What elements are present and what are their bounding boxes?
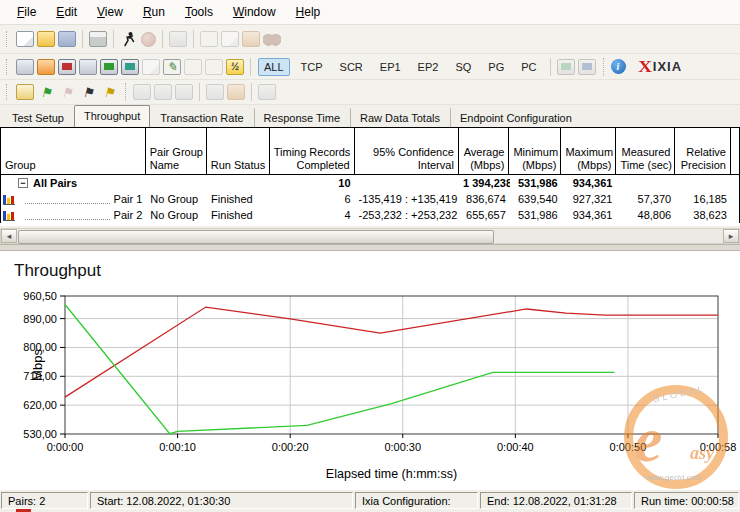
edit-script-icon[interactable]: ✎ xyxy=(163,59,181,75)
swap-endpoints-icon[interactable]: ½ xyxy=(226,59,244,75)
finish-flags-icon[interactable]: ⚑ xyxy=(79,84,97,100)
menu-tools[interactable]: Tools xyxy=(176,2,222,22)
reorder-pairs-icon[interactable] xyxy=(169,31,187,47)
unlink-pairs-icon[interactable] xyxy=(227,84,245,100)
tab-raw-data-totals[interactable]: Raw Data Totals xyxy=(350,108,450,127)
filter-tcp-button[interactable]: TCP xyxy=(295,58,329,76)
pencil-icon: ✎ xyxy=(167,61,177,73)
menu-edit[interactable]: Edit xyxy=(47,2,86,22)
filter-scr-button[interactable]: SCR xyxy=(334,58,369,76)
tab-throughput[interactable]: Throughput xyxy=(74,105,150,127)
column-header-run-status[interactable]: Run Status xyxy=(207,128,270,174)
copy-icon[interactable] xyxy=(221,31,239,47)
sync-pairs-icon[interactable] xyxy=(175,84,193,100)
menu-help[interactable]: Help xyxy=(287,2,330,22)
help-info-icon[interactable]: i xyxy=(611,59,626,74)
minimum-value: 531,986 xyxy=(510,207,562,223)
save-test-icon[interactable] xyxy=(58,31,76,47)
toolbar-grip[interactable] xyxy=(6,31,10,47)
menu-view[interactable]: View xyxy=(88,2,132,22)
maximum-value: 934,361 xyxy=(562,175,617,191)
table-row-all-pairs[interactable]: − All Pairs 10 1 394,238 531,986 934,361 xyxy=(0,175,740,191)
column-header-measured-time[interactable]: MeasuredTime (sec) xyxy=(616,128,675,174)
run-test-icon[interactable] xyxy=(120,31,138,47)
start-flag-icon[interactable]: ⚑ xyxy=(37,84,55,100)
apply-script-icon[interactable] xyxy=(184,59,202,75)
ixia-logo-x: X xyxy=(638,57,652,77)
move-down-icon[interactable] xyxy=(154,84,172,100)
scroll-right-button[interactable]: ▸ xyxy=(723,229,739,243)
column-header-timing-records[interactable]: Timing RecordsCompleted xyxy=(270,128,355,174)
status-pairs: Pairs: 2 xyxy=(1,492,88,509)
filter-ep1-button[interactable]: EP1 xyxy=(374,58,407,76)
status-end-time: End: 12.08.2022, 01:31:28 xyxy=(480,492,632,509)
add-pair-wizard-icon[interactable] xyxy=(37,59,55,75)
print-icon[interactable] xyxy=(89,31,107,47)
flag-glyph: ⚑ xyxy=(40,86,52,99)
save-results-icon[interactable] xyxy=(557,59,575,75)
y-axis-title: Mbps xyxy=(30,349,45,381)
filter-ep2-button[interactable]: EP2 xyxy=(412,58,445,76)
y-tick-label: 890,00 xyxy=(23,313,57,325)
toolbar-grip[interactable] xyxy=(6,59,10,75)
filter-sq-button[interactable]: SQ xyxy=(449,58,477,76)
tab-transaction-rate[interactable]: Transaction Rate xyxy=(150,108,253,127)
new-test-icon[interactable] xyxy=(16,31,34,47)
endpoint-verify-icon[interactable] xyxy=(100,59,118,75)
minimum-value: 531,986 xyxy=(510,175,562,191)
tab-endpoint-configuration[interactable]: Endpoint Configuration xyxy=(450,108,582,127)
x-tick-label: 0:00:20 xyxy=(272,441,309,453)
export-results-icon[interactable] xyxy=(578,59,596,75)
confidence-value: -135,419 : +135,419 xyxy=(355,191,460,207)
toolbar-grip[interactable] xyxy=(6,84,10,100)
view-tabs: Test Setup Throughput Transaction Rate R… xyxy=(0,105,740,127)
timed-flag-icon[interactable]: ⚑ xyxy=(100,84,118,100)
stop-test-icon[interactable] xyxy=(141,32,156,47)
pair-chart-icon xyxy=(3,194,15,205)
column-header-group[interactable]: Group xyxy=(1,128,146,174)
table-header: Group Pair GroupName Run Status Timing R… xyxy=(0,127,740,175)
minimum-value: 639,540 xyxy=(510,191,562,207)
menu-file[interactable]: File xyxy=(8,2,45,22)
pause-flag-icon[interactable]: ⚑ xyxy=(58,84,76,100)
filter-pc-button[interactable]: PC xyxy=(515,58,542,76)
add-pair-icon[interactable] xyxy=(16,59,34,75)
column-header-minimum[interactable]: Minimum(Mbps) xyxy=(509,128,561,174)
filter-all-button[interactable]: ALL xyxy=(258,58,290,76)
toolbar-run-options: ⚑ ⚑ ⚑ ⚑ xyxy=(0,80,740,105)
collapse-expander[interactable]: − xyxy=(18,178,28,188)
scrollbar-thumb[interactable] xyxy=(18,230,494,244)
column-header-pair-group-name[interactable]: Pair GroupName xyxy=(146,128,207,174)
unlink-pair-icon[interactable] xyxy=(79,59,97,75)
revert-script-icon[interactable] xyxy=(205,59,223,75)
table-row-pair-2[interactable]: Pair 2 No Group Finished 4 -253,232 : +2… xyxy=(0,207,740,223)
column-header-relative-precision[interactable]: RelativePrecision xyxy=(675,128,731,174)
group-label: Pair 1 xyxy=(114,191,143,207)
cut-icon[interactable] xyxy=(200,31,218,47)
paste-icon[interactable] xyxy=(242,31,260,47)
tab-test-setup[interactable]: Test Setup xyxy=(2,108,74,127)
scroll-left-button[interactable]: ◂ xyxy=(1,229,17,243)
measured-time-value: 48,806 xyxy=(616,207,675,223)
find-icon[interactable] xyxy=(263,31,281,47)
menu-run[interactable]: Run xyxy=(134,2,174,22)
average-value: 655,657 xyxy=(459,207,510,223)
column-header-maximum[interactable]: Maximum(Mbps) xyxy=(561,128,616,174)
table-horizontal-scrollbar: ◂ ▸ xyxy=(0,228,740,244)
menu-window[interactable]: Window xyxy=(224,2,285,22)
pane-splitter[interactable] xyxy=(0,244,740,251)
table-row-pair-1[interactable]: Pair 1 No Group Finished 6 -135,419 : +1… xyxy=(0,191,740,207)
move-up-icon[interactable] xyxy=(133,84,151,100)
timing-records-value: 4 xyxy=(270,207,355,223)
group-pairs-icon[interactable] xyxy=(258,84,276,100)
link-pairs-icon[interactable] xyxy=(206,84,224,100)
column-header-average[interactable]: Average(Mbps) xyxy=(459,128,510,174)
endpoint-announce-icon[interactable] xyxy=(121,59,139,75)
open-test-icon[interactable] xyxy=(37,31,55,47)
filter-pg-button[interactable]: PG xyxy=(482,58,510,76)
endpoint-1-icon[interactable] xyxy=(58,59,76,75)
tab-response-time[interactable]: Response Time xyxy=(254,108,350,127)
script-icon[interactable] xyxy=(142,59,160,75)
clone-test-icon[interactable] xyxy=(16,84,34,100)
column-header-confidence[interactable]: 95% ConfidenceInterval xyxy=(355,128,459,174)
